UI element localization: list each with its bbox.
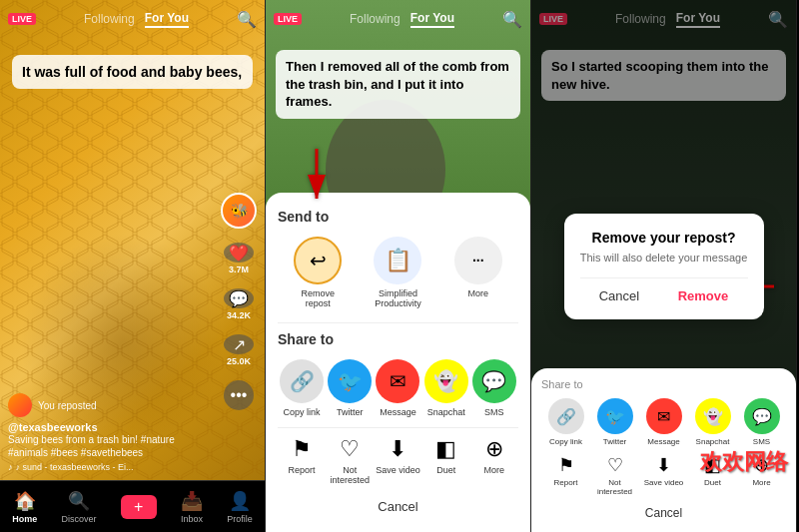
nav-discover[interactable]: 🔍 Discover: [61, 490, 96, 524]
divider1: [278, 322, 518, 323]
cancel-button[interactable]: Cancel: [278, 493, 518, 520]
home-icon: 🏠: [14, 490, 36, 512]
music-note-icon: ♪: [8, 462, 13, 472]
search-icon-p2[interactable]: 🔍: [502, 10, 522, 29]
save-video-label: Save video: [376, 465, 420, 475]
copy-link-label: Copy link: [284, 407, 321, 417]
copy-link-label-p3: Copy link: [549, 437, 582, 446]
copy-link-button[interactable]: 🔗 Copy link: [278, 359, 326, 417]
not-interested-button[interactable]: ♡ Notinterested: [326, 436, 374, 485]
like-icon[interactable]: ❤️: [224, 243, 254, 263]
sms-label-p3: SMS: [753, 437, 770, 446]
share-action[interactable]: ↗ 25.0K: [223, 334, 255, 366]
cancel-p3[interactable]: Cancel: [541, 502, 786, 524]
discover-label: Discover: [61, 514, 96, 524]
panel-2: LIVE Following For You 🔍 Then I removed …: [266, 0, 531, 532]
snapchat-label-p3: Snapchat: [696, 437, 730, 446]
panel-3: LIVE Following For You 🔍 So I started sc…: [531, 0, 797, 532]
dialog-remove-button[interactable]: Remove: [678, 288, 729, 303]
search-icon[interactable]: 🔍: [237, 10, 257, 29]
watermark: 欢欢网络: [700, 447, 788, 477]
dialog-buttons: Cancel Remove: [580, 277, 748, 303]
sms-p3[interactable]: 💬 SMS: [744, 398, 780, 446]
for-you-tab-p2[interactable]: For You: [410, 11, 454, 28]
share-count: 25.0K: [227, 356, 251, 366]
not-interested-icon-p3: ♡: [607, 454, 623, 476]
share-icon[interactable]: ↗: [224, 334, 254, 354]
copy-link-icon-p3: 🔗: [548, 398, 584, 434]
twitter-label-p3: Twitter: [603, 437, 627, 446]
description-text: Saving bees from a trash bin! #nature #a…: [8, 433, 215, 459]
message-icon: ✉: [376, 359, 419, 403]
message-p3[interactable]: ✉ Message: [646, 398, 682, 446]
report-label: Report: [289, 465, 316, 475]
report-label-p3: Report: [553, 478, 577, 487]
not-interested-label-p3: Notinterested: [597, 478, 632, 496]
inbox-icon: 📥: [181, 490, 203, 512]
more-bottom-icon: ⊕: [485, 436, 503, 462]
save-video-button[interactable]: ⬇ Save video: [374, 436, 421, 485]
more-button[interactable]: ··· More: [452, 237, 504, 308]
share-to-label-p3: Share to: [541, 378, 786, 390]
message-label: Message: [380, 407, 416, 417]
sms-label: SMS: [484, 407, 504, 417]
remove-repost-label: Removerepost: [301, 288, 335, 308]
not-interested-label: Notinterested: [331, 465, 371, 485]
arrow-indicator-1: [302, 149, 332, 213]
message-button[interactable]: ✉ Message: [374, 359, 421, 417]
divider2: [278, 427, 518, 428]
report-p3[interactable]: ⚑ Report: [546, 454, 586, 496]
bottom-actions-row: ⚑ Report ♡ Notinterested ⬇ Save video ◧ …: [278, 436, 518, 485]
copy-link-p3[interactable]: 🔗 Copy link: [548, 398, 584, 446]
top-nav-panel2: LIVE Following For You 🔍: [266, 0, 530, 38]
live-badge: LIVE: [8, 13, 36, 25]
caption-panel1: It was full of food and baby bees,: [12, 55, 253, 89]
caption-panel2: Then I removed all of the comb from the …: [276, 50, 520, 119]
remove-repost-icon: ↩: [294, 237, 342, 284]
snapchat-p3[interactable]: 👻 Snapchat: [695, 398, 731, 446]
comment-action[interactable]: 💬 34.2K: [223, 288, 255, 320]
dialog-cancel-button[interactable]: Cancel: [599, 288, 639, 303]
nav-inbox[interactable]: 📥 Inbox: [181, 490, 203, 524]
username-text[interactable]: @texasbeeworks: [8, 421, 215, 433]
productivity-button[interactable]: 📋 SimplifiedProductivity: [372, 237, 423, 308]
save-video-p3[interactable]: ⬇ Save video: [644, 454, 684, 496]
not-interested-p3[interactable]: ♡ Notinterested: [595, 454, 635, 496]
duet-button[interactable]: ◧ Duet: [422, 436, 470, 485]
report-icon: ⚑: [292, 436, 312, 462]
music-row: ♪ ♪ sund - texasbeeworks - Ei...: [8, 462, 215, 472]
nav-add[interactable]: +: [121, 495, 157, 519]
more-icon[interactable]: •••: [224, 380, 254, 410]
twitter-p3[interactable]: 🐦 Twitter: [597, 398, 633, 446]
more-bottom-button[interactable]: ⊕ More: [470, 436, 518, 485]
save-video-icon: ⬇: [389, 436, 406, 462]
more-action[interactable]: •••: [223, 380, 255, 412]
nav-left: LIVE: [8, 13, 36, 25]
report-button[interactable]: ⚑ Report: [278, 436, 326, 485]
comment-icon[interactable]: 💬: [224, 288, 254, 308]
duet-icon: ◧: [435, 436, 456, 462]
following-tab-p2[interactable]: Following: [350, 12, 400, 26]
remove-repost-button[interactable]: ↩ Removerepost: [292, 237, 344, 308]
message-icon-p3: ✉: [646, 398, 682, 434]
twitter-icon-p3: 🐦: [597, 398, 633, 434]
send-to-row: ↩ Removerepost 📋 SimplifiedProductivity …: [278, 237, 518, 308]
nav-profile[interactable]: 👤 Profile: [227, 490, 253, 524]
twitter-button[interactable]: 🐦 Twitter: [326, 359, 374, 417]
save-video-label-p3: Save video: [644, 478, 684, 487]
sms-button[interactable]: 💬 SMS: [470, 359, 518, 417]
more-label: More: [468, 288, 489, 298]
share-sheet: Send to ↩ Removerepost 📋 SimplifiedProdu…: [266, 193, 530, 532]
panel-1: LIVE Following For You 🔍 It was full of …: [0, 0, 266, 532]
nav-left-p2: LIVE: [274, 13, 302, 25]
user-avatar[interactable]: 🐝: [221, 193, 257, 229]
more-bottom-label: More: [484, 465, 505, 475]
comment-count: 34.2K: [227, 310, 251, 320]
nav-home[interactable]: 🏠 Home: [12, 490, 37, 524]
for-you-tab-active[interactable]: For You: [145, 11, 189, 28]
like-action[interactable]: ❤️ 3.7M: [223, 243, 255, 274]
following-tab[interactable]: Following: [84, 12, 135, 26]
right-actions-panel1: 🐝 ❤️ 3.7M 💬 34.2K ↗ 25.0K •••: [221, 193, 257, 412]
snapchat-button[interactable]: 👻 Snapchat: [422, 359, 470, 417]
add-button[interactable]: +: [121, 495, 157, 519]
